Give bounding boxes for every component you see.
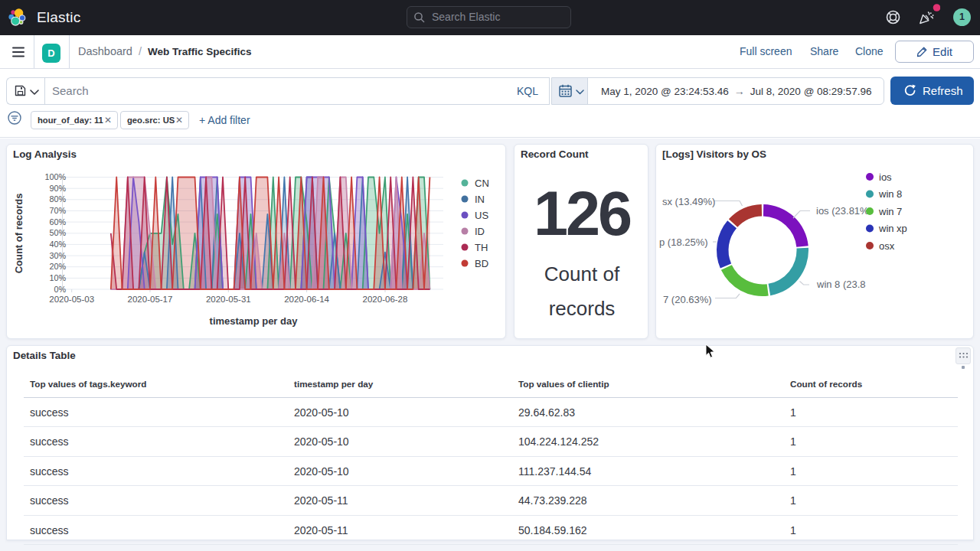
svg-text:ios: ios xyxy=(879,171,892,183)
svg-text:2020-05-03: 2020-05-03 xyxy=(49,295,94,304)
svg-text:0%: 0% xyxy=(54,285,66,294)
svg-text:7 (20.63%): 7 (20.63%) xyxy=(663,294,712,305)
svg-text:win 8: win 8 xyxy=(878,188,902,200)
svg-text:ios (23.81%: ios (23.81% xyxy=(816,205,869,217)
svg-text:60%: 60% xyxy=(49,217,66,227)
svg-text:2020-05-31: 2020-05-31 xyxy=(206,295,251,304)
svg-text:win 8 (23.8: win 8 (23.8 xyxy=(816,279,866,290)
svg-text:osx: osx xyxy=(879,240,895,252)
svg-text:20%: 20% xyxy=(49,262,66,271)
svg-text:BD: BD xyxy=(475,258,488,269)
svg-text:sx (13.49%): sx (13.49%) xyxy=(662,196,715,207)
svg-text:80%: 80% xyxy=(49,194,66,204)
svg-text:2020-06-14: 2020-06-14 xyxy=(284,295,329,304)
svg-text:TH: TH xyxy=(475,242,488,253)
svg-text:win 7: win 7 xyxy=(878,206,902,217)
svg-text:ID: ID xyxy=(475,226,485,237)
svg-text:p (18.25%): p (18.25%) xyxy=(659,236,708,248)
svg-text:win xp: win xp xyxy=(878,223,907,234)
svg-text:30%: 30% xyxy=(49,251,66,260)
svg-text:100%: 100% xyxy=(44,172,66,181)
svg-text:timestamp per day: timestamp per day xyxy=(210,315,299,327)
svg-text:70%: 70% xyxy=(49,206,66,215)
svg-text:50%: 50% xyxy=(49,228,66,237)
svg-text:IN: IN xyxy=(475,194,485,205)
svg-text:2020-05-17: 2020-05-17 xyxy=(128,295,173,304)
svg-text:2020-06-28: 2020-06-28 xyxy=(363,295,408,304)
svg-text:40%: 40% xyxy=(49,240,66,249)
svg-text:10%: 10% xyxy=(49,273,66,282)
svg-text:90%: 90% xyxy=(49,184,66,193)
svg-text:CN: CN xyxy=(475,178,489,189)
svg-text:US: US xyxy=(475,210,488,221)
svg-text:Count of records: Count of records xyxy=(13,194,24,274)
